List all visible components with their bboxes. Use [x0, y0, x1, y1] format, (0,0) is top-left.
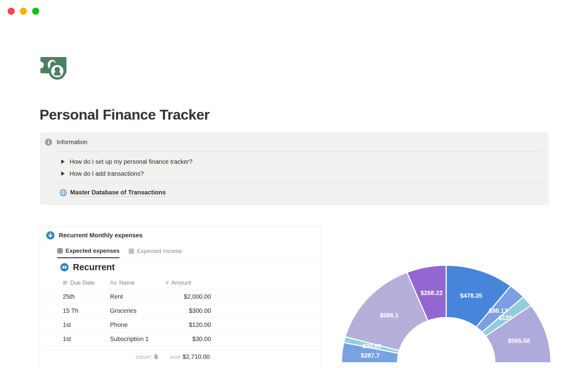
column-header-amount[interactable]: # Amount: [166, 279, 211, 286]
toggle-add-transactions-question[interactable]: How do I add transactions?: [40, 167, 144, 180]
database-title: Recurrent: [73, 262, 115, 272]
table-row[interactable]: 15 Th Groceries $300.00: [40, 304, 321, 318]
zoom-button[interactable]: [32, 8, 39, 15]
toggle-triangle-icon[interactable]: [61, 171, 65, 176]
lines-icon: [63, 281, 68, 285]
table-calc-row: COUNT 6 SUM $2,710.00: [40, 349, 321, 368]
minimize-button[interactable]: [20, 8, 27, 15]
page-title: Personal Finance Tracker: [40, 106, 209, 123]
sum-calc[interactable]: SUM $2,710.00: [166, 353, 211, 360]
toggle-triangle-icon[interactable]: [61, 159, 65, 164]
donut-segment-label: $268.22: [420, 289, 443, 296]
donut-segment-label: $98.17: [489, 307, 507, 314]
table-row[interactable]: 25th Rent $2,000.00: [40, 289, 321, 304]
table-row[interactable]: 1st Phone $120.00: [40, 318, 321, 332]
count-calc[interactable]: COUNT 6: [110, 353, 166, 360]
donut-segment-label: $478.35: [460, 292, 482, 299]
divider: [57, 183, 542, 183]
table-view-icon: [57, 248, 63, 254]
table-row[interactable]: 1st Subscription 1 $30.00: [40, 332, 321, 346]
window-controls: [8, 8, 39, 15]
divider: [57, 151, 542, 152]
info-icon: [45, 139, 52, 146]
money-emoji-icon[interactable]: [40, 56, 67, 81]
toggle-setup-question[interactable]: How do I set up my personal finance trac…: [40, 155, 192, 168]
callout-title: Information: [57, 139, 87, 146]
text-type-icon: Aa: [110, 280, 117, 286]
number-type-icon: #: [166, 280, 169, 286]
left-right-arrow-badge-icon: [60, 263, 69, 271]
donut-segment-label: $30.68: [363, 343, 381, 349]
tab-expected-income[interactable]: Expected Income: [129, 244, 182, 258]
donut-segment-label: $120: [499, 314, 512, 321]
donut-segment-label: $565.58: [508, 337, 530, 344]
information-callout: Information How do I set up my personal …: [40, 132, 549, 205]
donut-segment-label: $586.1: [380, 312, 398, 319]
master-database-link[interactable]: Master Database of Transactions: [40, 186, 166, 199]
view-tabs: Expected expenses Expected Income: [40, 244, 321, 258]
table-header-row: Due Date Aa Name # Amount: [40, 276, 321, 289]
tab-expected-expenses[interactable]: Expected expenses: [57, 244, 119, 258]
close-button[interactable]: [8, 8, 15, 15]
recurrent-expenses-card: Recurrent Monthly expenses Expected expe…: [40, 226, 321, 368]
column-header-name[interactable]: Aa Name: [110, 279, 166, 286]
card-title: Recurrent Monthly expenses: [59, 232, 142, 239]
half-donut-chart: $287.7$30.68$586.1$268.22$478.35$98.17$1…: [335, 254, 557, 368]
donut-segment-label: $287.7: [361, 352, 379, 359]
table-view-icon: [129, 248, 134, 254]
globe-icon: [59, 189, 67, 197]
column-header-due-date[interactable]: Due Date: [63, 279, 110, 286]
down-arrow-badge-icon: [46, 231, 55, 240]
